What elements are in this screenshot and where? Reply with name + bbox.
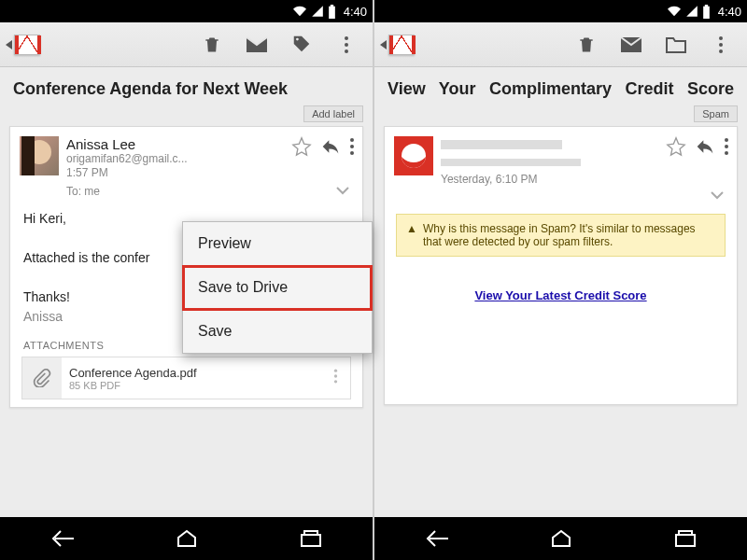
nav-recents-button[interactable]	[623, 517, 747, 560]
status-time: 4:40	[344, 5, 367, 19]
nav-home-button[interactable]	[499, 517, 623, 560]
app-up-button[interactable]	[380, 35, 415, 55]
signal-icon	[311, 5, 324, 18]
attachment-row[interactable]: Conference Agenda.pdf 85 KB PDF	[21, 357, 351, 399]
app-up-button[interactable]	[6, 35, 40, 55]
warning-icon: ▲	[406, 222, 417, 248]
tag-icon	[291, 35, 312, 55]
sender-email: origamifan62@gmail.c...	[66, 152, 284, 165]
message-more-icon[interactable]	[349, 137, 355, 156]
sender-avatar[interactable]	[394, 136, 433, 175]
mark-unread-button[interactable]	[236, 24, 277, 65]
menu-preview[interactable]: Preview	[183, 222, 372, 266]
nav-recents-button[interactable]	[248, 517, 373, 560]
action-bar	[374, 22, 747, 67]
folder-icon	[665, 35, 687, 54]
credit-score-link[interactable]: View Your Latest Credit Score	[474, 288, 646, 302]
signal-icon	[685, 5, 698, 18]
attachment-context-menu: Preview Save to Drive Save	[182, 221, 373, 354]
redacted-name	[441, 140, 562, 149]
sender-avatar[interactable]	[20, 136, 59, 175]
reply-icon[interactable]	[694, 137, 716, 156]
svg-point-1	[345, 43, 348, 47]
paperclip-icon	[22, 357, 62, 399]
svg-point-4	[350, 145, 354, 148]
delete-button[interactable]	[191, 24, 233, 65]
add-label-chip[interactable]: Add label	[303, 105, 363, 122]
svg-point-5	[350, 151, 354, 155]
to-field: To: me	[66, 185, 100, 198]
email-subject: Conference Agenda for Next Week	[0, 67, 373, 105]
envelope-icon	[620, 36, 642, 53]
spam-label-chip[interactable]: Spam	[694, 105, 738, 122]
svg-rect-18	[679, 531, 692, 535]
envelope-icon	[246, 36, 268, 53]
attachment-more-button[interactable]	[320, 368, 350, 388]
status-bar: 4:40	[0, 0, 373, 22]
more-vert-icon	[344, 35, 349, 54]
wifi-icon	[667, 5, 682, 18]
message-more-icon[interactable]	[724, 137, 729, 156]
sender-time: Yesterday, 6:10 PM	[441, 173, 658, 186]
svg-point-0	[345, 36, 348, 40]
reply-icon[interactable]	[319, 137, 342, 156]
gmail-icon	[388, 35, 415, 55]
svg-point-7	[333, 375, 336, 378]
battery-icon	[702, 5, 711, 19]
overflow-button[interactable]	[326, 24, 367, 65]
menu-save-to-drive[interactable]: Save to Drive	[183, 266, 372, 310]
star-icon[interactable]	[666, 136, 686, 157]
svg-point-14	[725, 138, 728, 142]
nav-back-button[interactable]	[374, 517, 499, 560]
phone-right: 4:40 View Your Complimentary Credit Scor…	[374, 0, 747, 560]
svg-point-3	[350, 138, 354, 142]
nav-home-button[interactable]	[124, 517, 248, 560]
menu-save[interactable]: Save	[183, 310, 372, 353]
trash-icon	[577, 35, 596, 55]
nav-bar	[0, 517, 373, 560]
spam-banner-text: Why is this message in Spam? It's simila…	[423, 222, 715, 248]
trash-icon	[203, 35, 221, 55]
sender-name: Anissa Lee	[66, 136, 284, 152]
more-vert-icon	[718, 35, 724, 54]
svg-point-8	[333, 380, 336, 383]
email-subject: View Your Complimentary Credit Score	[374, 67, 747, 105]
svg-point-2	[345, 49, 348, 53]
phone-left: 4:40 Conference Agenda for Next Week Add…	[0, 0, 374, 560]
svg-rect-10	[304, 531, 317, 535]
nav-back-button[interactable]	[0, 517, 124, 560]
battery-icon	[328, 5, 336, 19]
expand-icon[interactable]	[336, 187, 349, 196]
spam-banner: ▲ Why is this message in Spam? It's simi…	[396, 214, 726, 257]
status-time: 4:40	[718, 5, 741, 19]
email-card: Yesterday, 6:10 PM ▲ Why is this message…	[384, 126, 738, 405]
back-caret-icon	[6, 40, 12, 49]
svg-point-16	[725, 151, 728, 155]
expand-icon[interactable]	[711, 191, 724, 201]
attachment-filename: Conference Agenda.pdf	[69, 366, 313, 380]
svg-point-12	[719, 43, 723, 47]
delete-button[interactable]	[566, 24, 607, 65]
svg-point-13	[719, 49, 723, 53]
redacted-email	[441, 159, 581, 166]
mark-unread-button[interactable]	[611, 24, 652, 65]
action-bar	[0, 22, 373, 67]
back-caret-icon	[380, 40, 387, 49]
svg-point-11	[719, 36, 723, 40]
move-to-button[interactable]	[655, 24, 697, 65]
attachment-meta: 85 KB PDF	[69, 380, 313, 391]
gmail-icon	[14, 35, 40, 55]
svg-point-15	[725, 145, 728, 148]
svg-point-6	[333, 370, 336, 372]
nav-bar	[374, 517, 747, 560]
star-icon[interactable]	[291, 136, 312, 157]
svg-rect-9	[302, 535, 320, 546]
svg-rect-17	[676, 535, 695, 546]
overflow-button[interactable]	[700, 24, 741, 65]
sender-time: 1:57 PM	[66, 166, 284, 179]
status-bar: 4:40	[374, 0, 747, 22]
labels-button[interactable]	[281, 24, 322, 65]
wifi-icon	[292, 5, 307, 18]
